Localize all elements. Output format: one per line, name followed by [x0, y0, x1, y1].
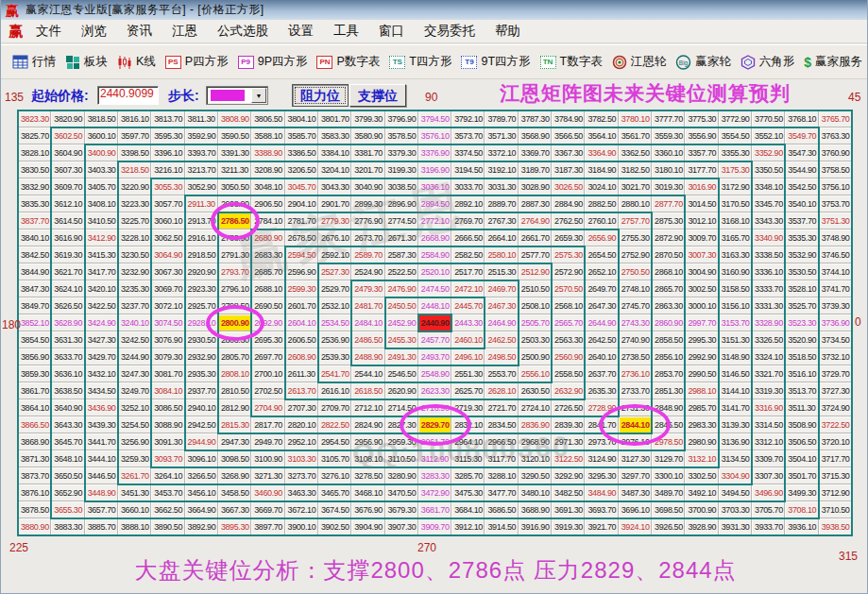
matrix-cell: 3475.30 [451, 484, 485, 501]
matrix-cell: 2992.90 [685, 348, 718, 365]
matrix-cell: 3691.30 [552, 501, 585, 518]
matrix-cell: 2988.10 [685, 382, 718, 399]
matrix-cell: 3472.90 [418, 484, 451, 501]
matrix-cell: 2536.90 [318, 331, 351, 348]
matrix-cell: 2498.50 [485, 348, 518, 365]
matrix-cell: 3055.30 [151, 178, 184, 195]
matrix-cell: 2930.50 [185, 331, 218, 348]
matrix-cell: 3312.10 [752, 433, 785, 450]
matrix-cell: 2644.90 [585, 314, 618, 331]
matrix-cell: 3211.30 [218, 161, 251, 178]
matrix-cell: 3441.70 [85, 433, 118, 450]
matrix-cell: 3672.10 [285, 501, 318, 518]
matrix-cell: 2700.10 [251, 365, 284, 382]
matrix-cell: 2834.50 [485, 416, 518, 433]
matrix-cell: 2956.90 [351, 433, 384, 450]
matrix-cell: 2620.90 [385, 382, 418, 399]
matrix-cell: 3290.50 [519, 467, 552, 484]
matrix-cell: 3098.50 [218, 450, 251, 467]
matrix-cell: 3576.10 [418, 127, 451, 144]
matrix-cell: 2817.70 [251, 416, 284, 433]
matrix-cell: 2976.10 [619, 433, 652, 450]
matrix-cell: 2858.50 [652, 331, 685, 348]
matrix-cell: 2469.70 [485, 280, 518, 297]
matrix-cell: 3134.50 [719, 450, 752, 467]
matrix-cell: 2601.70 [285, 297, 318, 314]
matrix-cell: 2448.10 [418, 297, 451, 314]
matrix-cell: 3424.90 [85, 314, 118, 331]
matrix-cell: 3249.70 [118, 382, 151, 399]
matrix-cell: 3796.90 [385, 110, 418, 127]
matrix-cell: 3384.10 [318, 144, 351, 161]
matrix-cell: 3561.70 [619, 127, 652, 144]
matrix-cell: 3165.70 [719, 229, 752, 246]
matrix-cell: 2680.90 [251, 229, 284, 246]
matrix-cell: 2544.10 [351, 365, 384, 382]
matrix-cell: 2935.30 [185, 365, 218, 382]
matrix-cell: 3252.10 [118, 399, 151, 416]
matrix-cell: 2726.50 [552, 399, 585, 416]
matrix-cell: 3909.70 [418, 518, 451, 535]
matrix-cell: 3088.90 [151, 416, 184, 433]
matrix-cell: 3852.10 [18, 314, 51, 331]
matrix-cell: 3139.30 [719, 416, 752, 433]
matrix-cell: 2877.70 [652, 195, 685, 212]
matrix-cell: 2630.50 [519, 382, 552, 399]
matrix-cell: 3698.50 [652, 501, 685, 518]
matrix-cell: 3093.70 [151, 450, 184, 467]
matrix-cell: 2594.50 [285, 246, 318, 263]
matrix-cell: 3600.10 [85, 127, 118, 144]
angle-label-135: 135 [5, 91, 24, 104]
matrix-cell: 3124.90 [585, 450, 618, 467]
matrix-cell: 2863.30 [652, 297, 685, 314]
matrix-cell: 2776.90 [351, 212, 384, 229]
matrix-cell: 3400.90 [85, 144, 118, 161]
matrix-cell: 3818.50 [85, 110, 118, 127]
matrix-cell: 3045.70 [285, 178, 318, 195]
matrix-cell: 3549.70 [785, 127, 818, 144]
matrix-cell: 2690.50 [251, 297, 284, 314]
matrix-cell: 3043.30 [318, 178, 351, 195]
matrix-cell: 2760.10 [585, 212, 618, 229]
matrix-cell: 2846.50 [652, 416, 685, 433]
matrix-cell: 2688.10 [251, 280, 284, 297]
matrix-cell: 3230.50 [118, 246, 151, 263]
matrix-cell: 2522.50 [385, 263, 418, 280]
matrix-cell: 2599.30 [285, 280, 318, 297]
matrix-cell: 3016.90 [685, 178, 718, 195]
matrix-cell: 2508.10 [519, 297, 552, 314]
matrix-cell: 3669.70 [251, 501, 284, 518]
matrix-cell: 3201.70 [351, 161, 384, 178]
matrix-cell: 3530.50 [785, 263, 818, 280]
matrix-cell: 3031.30 [485, 178, 518, 195]
matrix-cell: 3297.70 [619, 467, 652, 484]
matrix-cell: 3825.70 [18, 127, 51, 144]
matrix-cell: 2668.90 [418, 229, 451, 246]
matrix-cell: 3225.70 [118, 212, 151, 229]
matrix-cell: 3741.70 [819, 280, 852, 297]
matrix-cell: 3264.10 [151, 467, 184, 484]
matrix-cell: 2800.90 [218, 314, 251, 331]
matrix-cell: 2457.70 [418, 331, 451, 348]
matrix-cell: 2959.30 [385, 433, 418, 450]
matrix-cell: 3002.50 [685, 280, 718, 297]
matrix-cell: 2613.70 [285, 382, 318, 399]
matrix-cell: 3734.50 [819, 331, 852, 348]
matrix-cell: 3520.90 [785, 331, 818, 348]
matrix-cell: 3496.90 [752, 484, 785, 501]
matrix-cell: 3254.50 [118, 416, 151, 433]
matrix-cell: 3038.50 [385, 178, 418, 195]
matrix-cell: 2784.10 [251, 212, 284, 229]
matrix-cell: 3120.10 [519, 450, 552, 467]
matrix-cell: 3880.90 [18, 518, 51, 535]
matrix-cell: 3650.50 [51, 467, 84, 484]
matrix-cell: 3187.30 [552, 161, 585, 178]
matrix-cell: 3026.50 [552, 178, 585, 195]
matrix-cell: 3849.70 [18, 297, 51, 314]
matrix-cell: 3259.30 [118, 450, 151, 467]
matrix-cell: 2632.90 [552, 382, 585, 399]
matrix-cell: 3710.50 [819, 501, 852, 518]
matrix-cell: 2743.30 [619, 314, 652, 331]
matrix-cell: 3110.50 [385, 450, 418, 467]
matrix-cell: 3052.90 [185, 178, 218, 195]
